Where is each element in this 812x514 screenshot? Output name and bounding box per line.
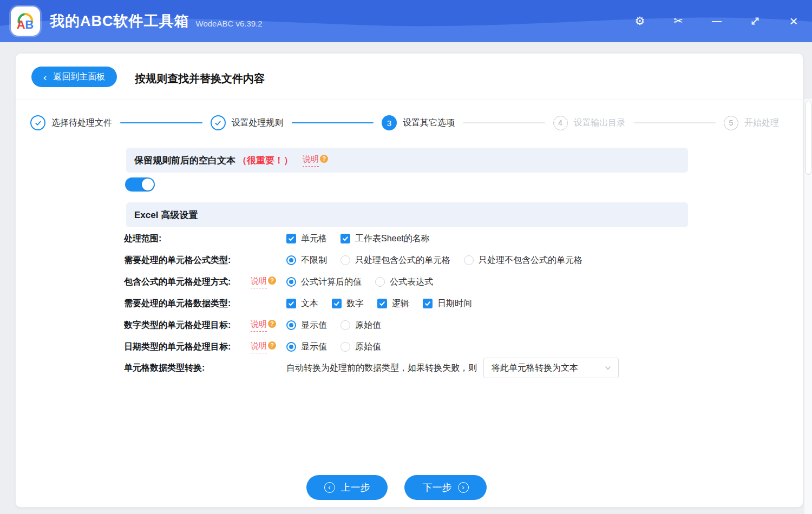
back-to-dashboard-button[interactable]: ‹ 返回到主面板 xyxy=(31,67,117,87)
resize-icon[interactable] xyxy=(748,14,762,28)
convert-label: 单元格数据类型转换: xyxy=(124,363,286,374)
checkbox-logic[interactable]: 逻辑 xyxy=(377,298,409,309)
help-question-icon: ? xyxy=(268,276,276,285)
next-arrow-icon: › xyxy=(458,482,469,493)
back-chevron-icon: ‹ xyxy=(43,72,47,82)
help-question-icon: ? xyxy=(320,155,328,163)
step-connector xyxy=(634,122,716,123)
whitespace-section-header: 保留规则前后的空白文本 （很重要！） 说明 ? xyxy=(126,148,688,173)
important-note: （很重要！） xyxy=(238,154,293,167)
date-target-help-link[interactable]: 说明 ? xyxy=(251,341,276,353)
help-question-icon: ? xyxy=(268,320,276,328)
step-connector xyxy=(463,122,545,123)
checkbox-sheet-name[interactable]: 工作表Sheet的名称 xyxy=(340,233,430,245)
radio-calculated-value[interactable]: 公式计算后的值 xyxy=(286,276,362,288)
radio-display-value-date[interactable]: 显示值 xyxy=(286,341,327,353)
scrollbar-thumb[interactable] xyxy=(806,101,811,175)
whitespace-help-link[interactable]: 说明 ? xyxy=(303,154,328,167)
svg-text:A: A xyxy=(17,18,25,31)
formula-mode-label: 包含公式的单元格处理方式: xyxy=(124,276,251,288)
radio-selected-icon xyxy=(286,277,296,287)
checkbox-number[interactable]: 数字 xyxy=(332,298,364,309)
radio-unselected-icon xyxy=(375,277,385,287)
formula-type-label: 需要处理的单元格公式类型: xyxy=(124,255,286,266)
convert-row: 单元格数据类型转换: 自动转换为处理前的数据类型，如果转换失败，则 将此单元格转… xyxy=(124,357,779,379)
option-label: 单元格 xyxy=(301,233,327,245)
checkbox-checked-icon xyxy=(340,234,350,243)
step-label: 开始处理 xyxy=(744,117,779,129)
whitespace-section-title: 保留规则前后的空白文本 xyxy=(134,154,235,167)
step-start-processing: 5 开始处理 xyxy=(724,116,779,130)
close-icon[interactable]: × xyxy=(787,14,801,28)
option-label: 逻辑 xyxy=(392,298,409,309)
convert-description: 自动转换为处理前的数据类型，如果转换失败，则 xyxy=(286,363,477,374)
prev-step-button[interactable]: ‹ 上一步 xyxy=(306,475,388,500)
date-target-label: 日期类型的单元格处理目标: xyxy=(124,341,251,353)
checkbox-datetime[interactable]: 日期时间 xyxy=(423,298,472,309)
main-panel: ‹ 返回到主面板 按规则查找并替换文件内容 选择待处理文件 设置处理规则 3 设… xyxy=(15,53,803,508)
page-title: 按规则查找并替换文件内容 xyxy=(135,71,265,86)
app-version: WodeABC v6.39.2 xyxy=(196,19,263,28)
next-step-button[interactable]: 下一步 › xyxy=(404,475,487,500)
data-type-row: 需要处理的单元格数据类型: 文本 数字 逻辑 日期时间 xyxy=(124,293,779,314)
app-logo: A B xyxy=(11,6,40,36)
header-divider xyxy=(16,100,803,100)
radio-display-value-number[interactable]: 显示值 xyxy=(286,320,327,331)
checkbox-text[interactable]: 文本 xyxy=(286,298,318,309)
option-label: 显示值 xyxy=(301,341,327,353)
checkbox-checked-icon xyxy=(423,299,433,308)
data-type-label: 需要处理的单元格数据类型: xyxy=(124,298,286,309)
option-label: 公式表达式 xyxy=(390,276,433,288)
help-link-label: 说明 xyxy=(303,154,319,167)
formula-mode-row: 包含公式的单元格处理方式: 说明 ? 公式计算后的值 公式表达式 xyxy=(124,271,779,293)
help-question-icon: ? xyxy=(268,341,276,350)
help-link-label: 说明 xyxy=(251,276,267,288)
option-label: 原始值 xyxy=(355,341,381,353)
settings-icon[interactable]: ⚙ xyxy=(633,14,647,28)
option-label: 只处理包含公式的单元格 xyxy=(355,255,450,266)
radio-only-non-formula-cells[interactable]: 只处理不包含公式的单元格 xyxy=(464,255,582,266)
step-label: 选择待处理文件 xyxy=(51,117,112,129)
formula-type-row: 需要处理的单元格公式类型: 不限制 只处理包含公式的单元格 只处理不包含公式的单… xyxy=(124,249,779,271)
number-target-help-link[interactable]: 说明 ? xyxy=(251,319,276,332)
scissors-icon[interactable]: ✂ xyxy=(671,14,685,28)
vertical-scrollbar[interactable] xyxy=(804,99,812,514)
checkbox-checked-icon xyxy=(286,299,296,308)
radio-unselected-icon xyxy=(464,255,474,265)
next-button-label: 下一步 xyxy=(423,481,452,494)
option-label: 工作表Sheet的名称 xyxy=(355,233,430,245)
keep-whitespace-toggle[interactable] xyxy=(125,177,155,192)
step-indicator: 选择待处理文件 设置处理规则 3 设置其它选项 4 设置输出目录 5 开始处理 xyxy=(30,113,779,133)
step-done-check-icon xyxy=(30,115,45,130)
step-set-rules: 设置处理规则 xyxy=(211,115,284,130)
option-label: 公式计算后的值 xyxy=(301,276,362,288)
option-label: 只处理不包含公式的单元格 xyxy=(479,255,582,266)
app-title: 我的ABC软件工具箱 xyxy=(50,11,189,31)
checkbox-cell[interactable]: 单元格 xyxy=(286,233,327,245)
radio-raw-value-date[interactable]: 原始值 xyxy=(340,341,381,353)
radio-no-limit[interactable]: 不限制 xyxy=(286,255,327,266)
formula-mode-help-link[interactable]: 说明 ? xyxy=(251,276,276,288)
radio-unselected-icon xyxy=(340,342,350,352)
convert-fallback-dropdown[interactable]: 将此单元格转换为文本 xyxy=(483,358,619,378)
titlebar: A B 我的ABC软件工具箱 WodeABC v6.39.2 ⚙ ✂ — × xyxy=(0,0,812,42)
radio-unselected-icon xyxy=(340,320,350,330)
step-select-files: 选择待处理文件 xyxy=(30,115,112,130)
radio-selected-icon xyxy=(286,255,296,265)
radio-formula-expression[interactable]: 公式表达式 xyxy=(375,276,433,288)
step-number-badge: 5 xyxy=(724,116,738,130)
radio-only-formula-cells[interactable]: 只处理包含公式的单元格 xyxy=(340,255,450,266)
scope-label: 处理范围: xyxy=(124,233,286,245)
chevron-down-icon xyxy=(604,364,612,372)
option-label: 不限制 xyxy=(301,255,327,266)
radio-unselected-icon xyxy=(340,255,350,265)
toggle-knob xyxy=(142,179,154,190)
radio-raw-value-number[interactable]: 原始值 xyxy=(340,320,381,331)
minimize-icon[interactable]: — xyxy=(710,14,724,28)
excel-section-title: Excel 高级设置 xyxy=(134,209,198,221)
checkbox-checked-icon xyxy=(377,299,387,308)
step-number-badge: 3 xyxy=(382,115,397,130)
app-logo-icon: A B xyxy=(14,9,37,33)
step-output-dir: 4 设置输出目录 xyxy=(553,116,626,130)
step-other-options: 3 设置其它选项 xyxy=(382,115,455,130)
